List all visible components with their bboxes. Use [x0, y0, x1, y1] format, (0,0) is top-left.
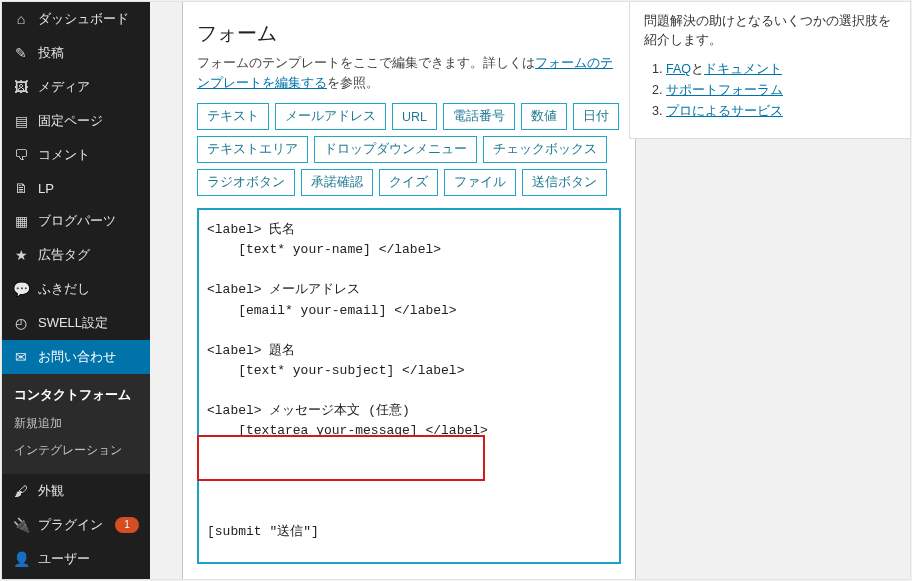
help-link-item: FAQとドキュメント [666, 61, 896, 78]
menu-label: 広告タグ [38, 246, 90, 264]
tag-generator-button[interactable]: 日付 [573, 103, 619, 130]
sidebar-item[interactable]: ★広告タグ [2, 238, 150, 272]
tag-generator-button[interactable]: クイズ [379, 169, 438, 196]
help-intro: 問題解決の助けとなるいくつかの選択肢を紹介します。 [644, 12, 896, 51]
tag-generator-button[interactable]: ファイル [444, 169, 516, 196]
tag-generator-button[interactable]: URL [392, 103, 437, 130]
help-link-pro[interactable]: プロによるサービス [666, 104, 783, 118]
help-link-faq[interactable]: FAQ [666, 62, 691, 76]
admin-sidebar: ⌂ダッシュボード✎投稿🖼メディア▤固定ページ🗨コメント🗎LP▦ブログパーツ★広告… [2, 2, 150, 579]
admin-submenu: コンタクトフォーム 新規追加 インテグレーション [2, 374, 150, 474]
form-description: フォームのテンプレートをここで編集できます。詳しくはフォームのテンプレートを編集… [197, 53, 621, 93]
sidebar-item[interactable]: 👤ユーザー [2, 542, 150, 576]
update-badge: 1 [115, 517, 139, 533]
tag-generator-button[interactable]: チェックボックス [483, 136, 607, 163]
help-link-docs[interactable]: ドキュメント [704, 62, 782, 76]
menu-icon: 💬 [12, 281, 30, 297]
menu-icon: ▦ [12, 213, 30, 229]
sidebar-item[interactable]: ▤固定ページ [2, 104, 150, 138]
menu-icon: 🖼 [12, 79, 30, 95]
tag-generator-button[interactable]: メールアドレス [275, 103, 386, 130]
menu-icon: ✎ [12, 45, 30, 61]
tag-generator-button[interactable]: 送信ボタン [522, 169, 607, 196]
menu-label: ブログパーツ [38, 212, 116, 230]
help-link-item: プロによるサービス [666, 103, 896, 120]
menu-label: SWELL設定 [38, 314, 108, 332]
menu-label: 外観 [38, 482, 64, 500]
menu-icon: ⌂ [12, 11, 30, 27]
menu-icon: 👤 [12, 551, 30, 567]
help-link-item: サポートフォーラム [666, 82, 896, 99]
submenu-link-new[interactable]: 新規追加 [2, 410, 150, 437]
tag-generator-button[interactable]: テキストエリア [197, 136, 308, 163]
sidebar-item[interactable]: 🔌プラグイン1 [2, 508, 150, 542]
tag-generator-button[interactable]: ラジオボタン [197, 169, 295, 196]
help-links: FAQとドキュメント サポートフォーラム プロによるサービス [644, 61, 896, 120]
tag-generator-button[interactable]: ドロップダウンメニュー [314, 136, 477, 163]
tag-generator-button[interactable]: テキスト [197, 103, 269, 130]
help-panel: 問題解決の助けとなるいくつかの選択肢を紹介します。 FAQとドキュメント サポー… [629, 2, 910, 139]
submenu-title: コンタクトフォーム [2, 380, 150, 410]
sidebar-item[interactable]: ▦ブログパーツ [2, 204, 150, 238]
menu-label: 固定ページ [38, 112, 103, 130]
menu-icon: 🔌 [12, 517, 30, 533]
menu-label: ダッシュボード [38, 10, 129, 28]
sidebar-item[interactable]: ◴SWELL設定 [2, 306, 150, 340]
menu-label: コメント [38, 146, 90, 164]
submenu-link-integration[interactable]: インテグレーション [2, 437, 150, 464]
tag-generator-row: テキストメールアドレスURL電話番号数値日付 [197, 103, 621, 130]
menu-icon: 🗨 [12, 147, 30, 163]
tag-generator-button[interactable]: 数値 [521, 103, 567, 130]
menu-label: お問い合わせ [38, 348, 116, 366]
menu-label: 投稿 [38, 44, 64, 62]
content-area: フォーム フォームのテンプレートをここで編集できます。詳しくはフォームのテンプレ… [150, 2, 910, 579]
sidebar-item[interactable]: 🗨コメント [2, 138, 150, 172]
tag-generator-button[interactable]: 承諾確認 [301, 169, 373, 196]
menu-label: ユーザー [38, 550, 90, 568]
tag-generator-row: テキストエリアドロップダウンメニューチェックボックス [197, 136, 621, 163]
menu-icon: ◴ [12, 315, 30, 331]
menu-icon: ✉ [12, 349, 30, 365]
sidebar-item[interactable]: 💬ふきだし [2, 272, 150, 306]
menu-icon: ▤ [12, 113, 30, 129]
tag-generator-button[interactable]: 電話番号 [443, 103, 515, 130]
sidebar-item[interactable]: ⌂ダッシュボード [2, 2, 150, 36]
sidebar-item[interactable]: ✉お問い合わせ [2, 340, 150, 374]
menu-icon: 🖌 [12, 483, 30, 499]
menu-label: ふきだし [38, 280, 90, 298]
sidebar-item[interactable]: 🖼メディア [2, 70, 150, 104]
form-template-textarea[interactable] [197, 208, 621, 564]
menu-icon: 🗎 [12, 180, 30, 196]
tag-generator-row: ラジオボタン承諾確認クイズファイル送信ボタン [197, 169, 621, 196]
sidebar-item[interactable]: 🗎LP [2, 172, 150, 204]
menu-label: メディア [38, 78, 90, 96]
menu-label: プラグイン [38, 516, 103, 534]
form-panel: フォーム フォームのテンプレートをここで編集できます。詳しくはフォームのテンプレ… [182, 2, 636, 579]
sidebar-item[interactable]: ✎投稿 [2, 36, 150, 70]
menu-label: LP [38, 181, 54, 196]
menu-icon: ★ [12, 247, 30, 263]
help-link-support[interactable]: サポートフォーラム [666, 83, 783, 97]
form-heading: フォーム [197, 20, 621, 47]
sidebar-item[interactable]: 🖌外観 [2, 474, 150, 508]
